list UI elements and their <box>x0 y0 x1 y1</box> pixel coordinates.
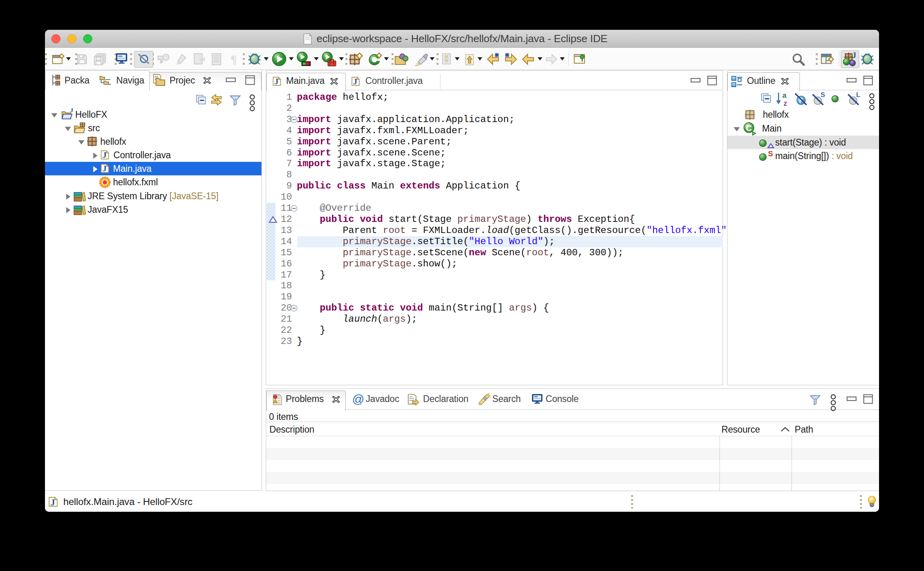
svg-text:J: J <box>852 52 856 60</box>
svg-text:J: J <box>70 108 74 114</box>
svg-text:J: J <box>274 77 279 86</box>
svg-text:J: J <box>353 77 357 86</box>
svg-text:C: C <box>746 123 752 132</box>
svg-text:z: z <box>784 99 787 106</box>
svg-text:L: L <box>856 92 860 99</box>
svg-text:S: S <box>821 92 825 99</box>
svg-text:J: J <box>51 497 55 507</box>
svg-text:¶: ¶ <box>230 53 237 66</box>
svg-text:J: J <box>102 150 107 160</box>
svg-text:a: a <box>782 92 787 99</box>
svg-text:J: J <box>102 164 107 173</box>
